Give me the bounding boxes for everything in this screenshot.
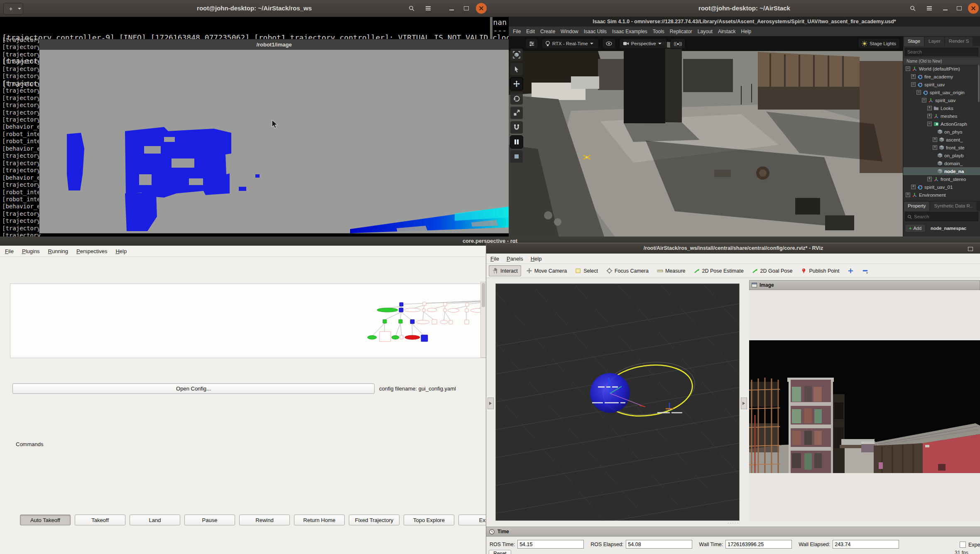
magnet-tool-button[interactable] xyxy=(510,121,523,134)
isaac-menu-item[interactable]: Tools xyxy=(653,29,664,34)
tree-expand-icon[interactable]: − xyxy=(906,66,910,71)
maximize-button[interactable] xyxy=(968,247,973,251)
menu-icon[interactable] xyxy=(924,3,935,14)
isaac-menu-item[interactable]: Window xyxy=(561,29,578,34)
tree-expand-icon[interactable]: + xyxy=(927,177,932,181)
2d-pose-estimate-tool[interactable]: 2D Pose Estimate xyxy=(691,265,747,276)
stage-tree-item-environment[interactable]: +Environment xyxy=(903,191,980,199)
stage-tree-item-spirit-uav[interactable]: −spirit_uav xyxy=(903,96,980,104)
isaac-menu-item[interactable]: Layout xyxy=(698,29,713,34)
measure-tool[interactable]: Measure xyxy=(654,265,689,276)
tree-expand-icon[interactable]: + xyxy=(906,193,910,197)
stage-tree-item-front-stereo[interactable]: +front_stereo xyxy=(903,175,980,183)
graph-scrollbar[interactable] xyxy=(480,282,486,358)
time-panel-header[interactable]: Time xyxy=(486,527,980,537)
stage-tree-item-fire-academy[interactable]: +fire_academy xyxy=(903,73,980,81)
stage-tree-item-node-na[interactable]: node_na xyxy=(903,167,980,175)
return-home-button[interactable]: Return Home xyxy=(294,515,345,525)
property-tab-property[interactable]: Property xyxy=(904,202,929,211)
stage-tree-item-front-ste[interactable]: +front_ste xyxy=(903,144,980,151)
tree-expand-icon[interactable]: + xyxy=(927,114,932,118)
rotate-tool-button[interactable] xyxy=(510,92,523,105)
rqt-menu-item[interactable]: Plugins xyxy=(22,248,40,254)
fixed-trajectory-button[interactable]: Fixed Trajectory xyxy=(349,515,399,525)
move-tool-button[interactable] xyxy=(510,78,523,90)
image-panel-header[interactable]: Image xyxy=(749,280,980,290)
tree-expand-icon[interactable]: + xyxy=(933,145,937,150)
takeoff-button[interactable]: Takeoff xyxy=(75,515,125,525)
ros-elapsed-input[interactable] xyxy=(626,540,692,549)
add-button[interactable]: + Add xyxy=(905,224,926,232)
stage-tree-item-domain-[interactable]: domain_ xyxy=(903,159,980,167)
maximize-button[interactable] xyxy=(461,3,472,14)
stage-tree-item-world-defaultprim-[interactable]: −World (defaultPrim) xyxy=(903,65,980,73)
rqt-menu-item[interactable]: File xyxy=(5,248,14,254)
stage-tab-layer[interactable]: Layer xyxy=(925,37,944,46)
isaac-menu-item[interactable]: Isaac Utils xyxy=(584,29,607,34)
stage-tree-item-spirit-uav[interactable]: −spirit_uav xyxy=(903,81,980,88)
property-search[interactable]: Search xyxy=(905,212,978,221)
tree-expand-icon[interactable]: − xyxy=(916,90,921,95)
rviz-3d-view[interactable] xyxy=(495,283,740,521)
move-camera-tool[interactable]: Move Camera xyxy=(523,265,571,276)
capture-button[interactable]: ((●)) xyxy=(670,38,686,49)
focus-camera-tool[interactable]: Focus Camera xyxy=(603,265,652,276)
isaac-menu-item[interactable]: Help xyxy=(741,29,752,34)
isaac-menu-item[interactable]: Replicator xyxy=(670,29,692,34)
menu-icon[interactable] xyxy=(423,3,434,14)
stage-search-input[interactable] xyxy=(905,48,978,56)
search-icon[interactable] xyxy=(907,3,918,14)
minimize-button[interactable] xyxy=(940,3,951,14)
experimental-checkbox[interactable]: Experiment xyxy=(960,542,980,548)
tree-expand-icon[interactable]: − xyxy=(911,82,916,87)
isaac-menu-item[interactable]: File xyxy=(513,29,521,34)
isaac-menu-item[interactable]: Isaac Examples xyxy=(612,29,647,34)
stage-tree-item-meshes[interactable]: +meshes xyxy=(903,112,980,120)
land-button[interactable]: Land xyxy=(130,515,180,525)
select-cube-tool-button[interactable] xyxy=(510,49,523,61)
topo-explore-button[interactable]: Topo Explore xyxy=(404,515,454,525)
renderer-select[interactable]: RTX - Real-Time xyxy=(541,38,599,49)
stop-tool-button[interactable] xyxy=(510,150,523,163)
panel-splitter-handle[interactable]: ····· xyxy=(486,521,980,527)
stage-tree-scrollbar[interactable] xyxy=(978,65,980,102)
ros-time-input[interactable] xyxy=(517,540,584,549)
rqt-menu-item[interactable]: Help xyxy=(115,248,127,254)
camera-select[interactable]: Perspective xyxy=(619,38,667,49)
stage-tree-item-spirit-uav-01[interactable]: +spirit_uav_01 xyxy=(903,183,980,191)
2d-goal-pose-tool[interactable]: 2D Goal Pose xyxy=(749,265,796,276)
rqt-menu-item[interactable]: Perspectives xyxy=(76,248,107,254)
rqt-menu-item[interactable]: Running xyxy=(48,248,68,254)
stage-tab-render-s[interactable]: Render S xyxy=(945,37,973,46)
property-tab-synthetic-data-r-[interactable]: Synthetic Data R.. xyxy=(930,202,976,211)
tree-expand-icon[interactable]: + xyxy=(911,185,916,189)
visibility-button[interactable] xyxy=(602,38,616,49)
tree-expand-icon[interactable]: − xyxy=(927,122,932,126)
stage-tree-item-actiongraph[interactable]: −ActionGraph xyxy=(903,120,980,128)
isaac-menu-item[interactable]: Airstack xyxy=(718,29,736,34)
cursor-tool-button[interactable] xyxy=(510,63,523,76)
open-config-button[interactable]: Open Config... xyxy=(12,383,375,394)
stage-tree-item-looks[interactable]: +Looks xyxy=(903,104,980,112)
close-button[interactable] xyxy=(476,3,487,14)
stage-lights-button[interactable]: Stage Lights xyxy=(858,38,900,49)
stage-tree-item-ascent-[interactable]: +ascent_ xyxy=(903,136,980,144)
displays-panel-expand-handle[interactable] xyxy=(488,398,494,409)
rviz-menu-item[interactable]: Help xyxy=(531,256,542,262)
publish-point-tool[interactable]: Publish Point xyxy=(797,265,843,276)
rviz-menu-item[interactable]: File xyxy=(490,256,499,262)
stage-tree-item-on-phys[interactable]: on_phys xyxy=(903,128,980,136)
tree-expand-icon[interactable]: + xyxy=(927,106,932,110)
auto-takeoff-button[interactable]: Auto Takeoff xyxy=(20,515,71,525)
wall-elapsed-input[interactable] xyxy=(833,540,899,549)
maximize-button[interactable] xyxy=(954,3,965,14)
tree-expand-icon[interactable]: + xyxy=(911,74,916,79)
render-settings-button[interactable] xyxy=(525,38,538,49)
minimize-button[interactable] xyxy=(446,3,457,14)
wall-time-input[interactable] xyxy=(725,540,792,549)
stage-tab-stage[interactable]: Stage xyxy=(904,37,924,46)
isaac-menu-item[interactable]: Create xyxy=(540,29,555,34)
isaac-viewport[interactable]: RTX - Real-Time Perspective ((●)) xyxy=(509,36,903,239)
isaac-menu-item[interactable]: Edit xyxy=(526,29,535,34)
side-panel-expand-handle[interactable] xyxy=(741,398,747,409)
